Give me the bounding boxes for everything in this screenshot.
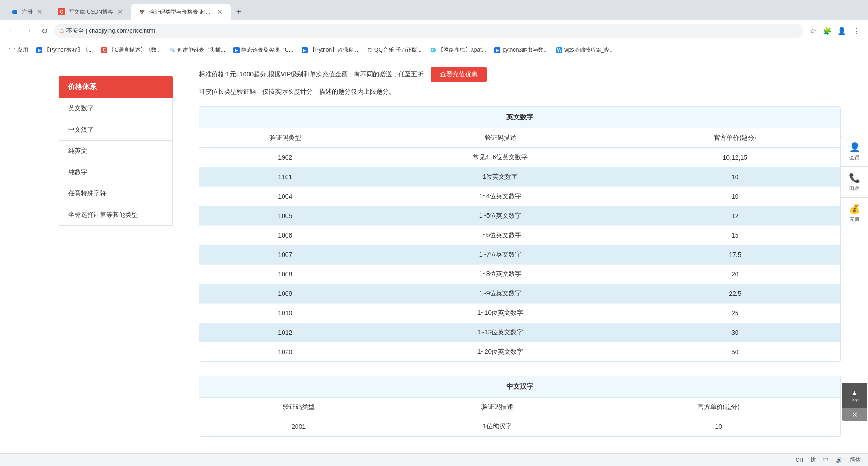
cell-type: 1007: [199, 245, 371, 265]
tab-3[interactable]: 🦅 验证码类型与价格表-超级鹰验证... ✕: [131, 4, 231, 20]
panel-charge[interactable]: 💰 充值: [841, 198, 868, 228]
cell-desc: 1~7位英文数字: [371, 245, 630, 265]
bookmark-8-label: python3爬虫与数...: [502, 46, 548, 54]
bookmark-apps[interactable]: ⋮⋮ 应用: [5, 44, 32, 56]
tab-1-title: 注册: [22, 8, 33, 16]
sidebar-item-english-numbers[interactable]: 英文数字: [59, 98, 173, 119]
status-input[interactable]: 拼: [811, 456, 816, 464]
table-title-english: 英文数字: [199, 107, 840, 128]
b3-favicon: 🔍: [169, 47, 175, 53]
bookmark-3-label: 创建单链表（头插...: [177, 46, 225, 54]
table-row: 1101 1位英文数字 10: [199, 167, 840, 187]
back-button[interactable]: ←: [5, 24, 18, 37]
bookmark-9-label: wps基础技巧篇_哔...: [564, 46, 614, 54]
cell-desc: 1~6位英文数字: [371, 226, 630, 245]
b7-favicon: 🌐: [430, 47, 436, 53]
cell-price: 20: [630, 265, 840, 284]
new-tab-button[interactable]: +: [232, 5, 245, 18]
table-row: 1004 1~4位英文数字 10: [199, 187, 840, 206]
top-button[interactable]: ▲ Top: [842, 383, 867, 408]
cell-type: 1005: [199, 206, 371, 226]
cell-type: 1009: [199, 284, 371, 304]
cell-price: 10: [630, 187, 840, 206]
price-line2: 可变位长类型验证码，仅按实际长度计分，描述的题分仅为上限题分。: [199, 86, 841, 97]
col-price: 官方单价(题分): [630, 128, 840, 148]
cell-type: 1012: [199, 323, 371, 342]
tab-2[interactable]: C 写文章-CSDN博客 ✕: [51, 4, 131, 20]
top-close-button[interactable]: ✕: [842, 408, 867, 421]
status-ch[interactable]: CH: [796, 457, 803, 463]
bookmark-3[interactable]: 🔍 创建单链表（头插...: [165, 44, 229, 56]
tab-2-close[interactable]: ✕: [117, 8, 124, 15]
status-ch-label: CH: [796, 457, 803, 463]
bookmark-2-label: 【C语言描述】《数...: [109, 46, 161, 54]
menu-button[interactable]: ⋮: [850, 24, 863, 37]
bookmark-6-label: QQ音乐-千万正版...: [374, 46, 422, 54]
sidebar-item-special-chars[interactable]: 任意特殊字符: [59, 183, 173, 204]
tab-1-favicon: 🔵: [11, 8, 18, 15]
cell-desc: 1~12位英文数字: [371, 323, 630, 342]
bookmark-9[interactable]: W wps基础技巧篇_哔...: [552, 44, 618, 56]
address-bar-row: ← → ↻ ⚠ 不安全 | chaojiying.com/price.html …: [0, 20, 868, 42]
sidebar-item-chinese[interactable]: 中文汉字: [59, 119, 173, 141]
panel-member[interactable]: 👤 会员: [841, 136, 868, 167]
browser-chrome: 🔵 注册 ✕ C 写文章-CSDN博客 ✕ 🦅 验证码类型与价格表-超级鹰验证.…: [0, 0, 868, 58]
cell-type: 1101: [199, 167, 371, 187]
bookmark-1[interactable]: ▶ 【Python教程】《...: [33, 44, 96, 56]
bookmark-6[interactable]: 🎵 QQ音乐-千万正版...: [363, 44, 425, 56]
panel-phone[interactable]: 📞 电话: [841, 167, 868, 198]
cell-type: 1902: [199, 148, 371, 167]
bookmark-2[interactable]: C 【C语言描述】《数...: [97, 44, 165, 56]
bookmark-7-label: 【网络爬虫】Xpat...: [438, 46, 486, 54]
cell-type: 1020: [199, 342, 371, 362]
bookmark-8[interactable]: ▶ python3爬虫与数...: [491, 44, 552, 56]
cell-desc: 常见4~6位英文数字: [371, 148, 630, 167]
forward-button[interactable]: →: [22, 24, 34, 37]
table-row: 1009 1~9位英文数字 22.5: [199, 284, 840, 304]
cell-price: 22.5: [630, 284, 840, 304]
top-close-icon: ✕: [852, 410, 858, 419]
cell-type: 1010: [199, 304, 371, 323]
cell-type: 1008: [199, 265, 371, 284]
cell-price: 25: [630, 304, 840, 323]
right-panel: 👤 会员 📞 电话 💰 充值: [841, 136, 868, 228]
lock-icon: ⚠: [60, 28, 65, 34]
cell-price: 17.5: [630, 245, 840, 265]
sidebar: 价格体系 英文数字 中文汉字 纯英文 纯数字 任意特殊字符 坐标选择计算等其他类…: [0, 58, 190, 466]
sidebar-item-pure-english[interactable]: 纯英文: [59, 141, 173, 162]
cell-desc: 1~8位英文数字: [371, 265, 630, 284]
price-line1: 标准价格:1元=1000题分,根据VIP级别和单次充值金额，有不同的赠送，低至五…: [199, 69, 424, 80]
tab-3-close[interactable]: ✕: [216, 8, 223, 15]
cell-price: 12: [630, 206, 840, 226]
panel-charge-label: 充值: [849, 216, 859, 223]
bookmark-5[interactable]: ▶ 【Python】超强爬...: [298, 44, 362, 56]
bookmark-4[interactable]: ▶ 静态链表及实现（C...: [230, 44, 297, 56]
panel-member-label: 会员: [849, 154, 859, 161]
sidebar-item-pure-numbers[interactable]: 纯数字: [59, 162, 173, 183]
bookmark-star-button[interactable]: ☆: [807, 24, 819, 37]
status-volume[interactable]: 🔊: [836, 457, 843, 463]
tab-3-favicon: 🦅: [138, 8, 146, 15]
table-row: 1902 常见4~6位英文数字 10,12,15: [199, 148, 840, 167]
price-info-row1: 标准价格:1元=1000题分,根据VIP级别和单次充值金额，有不同的赠送，低至五…: [199, 67, 841, 82]
sidebar-item-other[interactable]: 坐标选择计算等其他类型: [59, 204, 173, 226]
table-english: 验证码类型 验证码描述 官方单价(题分) 1902 常见4~6位英文数字 10,…: [199, 128, 840, 361]
cell-desc: 1~4位英文数字: [371, 187, 630, 206]
refresh-button[interactable]: ↻: [38, 24, 51, 37]
address-bar[interactable]: ⚠ 不安全 | chaojiying.com/price.html: [54, 24, 803, 38]
extensions-button[interactable]: 🧩: [821, 24, 834, 37]
charge-button[interactable]: 查看充值优惠: [431, 67, 487, 82]
col-type: 验证码类型: [199, 128, 371, 148]
bookmark-7[interactable]: 🌐 【网络爬虫】Xpat...: [426, 44, 490, 56]
status-bar: CH 拼 中 🔊 简体: [0, 453, 868, 466]
b2-favicon: C: [101, 47, 107, 53]
status-chars[interactable]: 简体: [850, 456, 861, 464]
tab-1[interactable]: 🔵 注册 ✕: [4, 4, 51, 20]
cell-desc: 1位英文数字: [371, 167, 630, 187]
bookmark-4-label: 静态链表及实现（C...: [241, 46, 293, 54]
status-chars-label: 简体: [850, 456, 861, 464]
profile-button[interactable]: 👤: [835, 24, 848, 37]
status-lang[interactable]: 中: [823, 456, 829, 464]
status-volume-icon: 🔊: [836, 457, 843, 463]
tab-1-close[interactable]: ✕: [36, 8, 43, 15]
